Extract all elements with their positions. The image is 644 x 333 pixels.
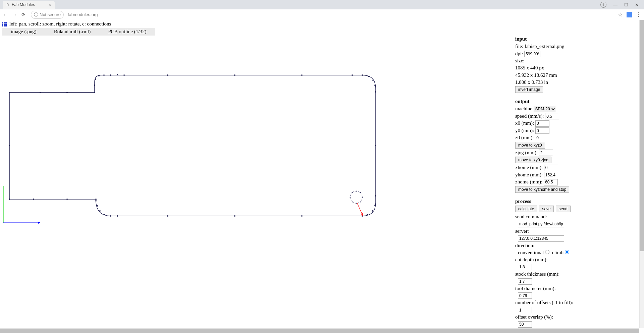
tool-diameter-label: tool diameter (mm): xyxy=(515,286,556,291)
svg-point-5 xyxy=(40,92,41,93)
yhome-input[interactable] xyxy=(544,172,558,178)
offsets-input[interactable] xyxy=(518,307,532,313)
direction-label: direction: xyxy=(515,243,534,248)
y0-input[interactable] xyxy=(535,127,549,134)
offsets-label: number of offsets (-1 to fill): xyxy=(515,300,573,305)
input-format-button[interactable]: image (.png) xyxy=(2,28,45,36)
zjog-input[interactable] xyxy=(539,150,553,156)
z0-input[interactable] xyxy=(535,135,549,141)
svg-point-12 xyxy=(110,74,111,76)
translate-icon[interactable] xyxy=(627,12,632,17)
svg-marker-3 xyxy=(38,222,40,224)
svg-point-38 xyxy=(95,200,97,202)
size-px: 1085 x 440 px xyxy=(515,65,544,70)
svg-point-22 xyxy=(374,85,376,86)
cut-depth-input[interactable] xyxy=(518,264,532,270)
zhome-input[interactable] xyxy=(544,179,558,185)
svg-point-25 xyxy=(375,195,376,197)
input-header: input xyxy=(515,36,527,42)
svg-point-47 xyxy=(362,197,363,198)
xhome-input[interactable] xyxy=(544,165,558,171)
process-button[interactable]: PCB outline (1/32) xyxy=(99,28,155,36)
z0-label: z0 (mm): xyxy=(515,135,534,140)
security-chip[interactable]: ⓘ Not secure xyxy=(31,11,64,19)
user-icon[interactable] xyxy=(600,2,606,8)
close-window-icon[interactable]: ✕ xyxy=(635,2,639,7)
svg-point-15 xyxy=(167,74,168,76)
horizontal-scrollbar[interactable] xyxy=(0,328,639,333)
modules-grid-icon[interactable] xyxy=(2,22,7,26)
size-mm: 45.932 x 18.627 mm xyxy=(515,72,557,78)
toolpath-svg xyxy=(0,35,382,229)
svg-point-34 xyxy=(110,215,111,217)
svg-point-52 xyxy=(352,192,353,193)
stock-thickness-input[interactable] xyxy=(518,278,532,285)
file-name: fabisp_external.png xyxy=(525,44,565,49)
svg-point-19 xyxy=(362,74,363,76)
y0-label: y0 (mm): xyxy=(515,128,534,133)
svg-point-23 xyxy=(375,91,376,93)
climb-label: climb xyxy=(552,250,564,255)
maximize-icon[interactable]: ☐ xyxy=(624,2,628,7)
reload-icon[interactable]: ⟳ xyxy=(21,12,25,17)
browser-menu-icon[interactable]: ⋮ xyxy=(636,11,641,18)
svg-point-26 xyxy=(374,205,376,206)
svg-point-20 xyxy=(368,76,369,77)
bookmark-icon[interactable]: ☆ xyxy=(618,11,623,18)
invert-image-button[interactable]: invert image xyxy=(515,86,543,93)
dpi-label: dpi: xyxy=(515,51,523,56)
vertical-scrollbar[interactable] xyxy=(639,20,644,328)
dpi-input[interactable] xyxy=(524,51,540,57)
stock-thickness-label: stock thickness (mm): xyxy=(515,271,559,277)
tab-title: Fab Modules xyxy=(12,2,35,7)
svg-point-11 xyxy=(103,74,105,76)
xhome-label: xhome (mm): xyxy=(515,165,543,170)
svg-point-17 xyxy=(301,74,303,76)
browser-tab[interactable]: 🗋 Fab Modules × xyxy=(3,1,55,9)
size-in: 1.808 x 0.733 in xyxy=(515,79,548,85)
svg-point-51 xyxy=(350,197,351,198)
server-input[interactable] xyxy=(518,235,564,242)
calculate-button[interactable]: calculate xyxy=(515,206,537,212)
send-command-input[interactable] xyxy=(518,221,564,227)
svg-point-46 xyxy=(360,192,361,193)
svg-point-50 xyxy=(352,202,353,203)
svg-point-6 xyxy=(66,92,68,93)
url-text[interactable]: fabmodules.org xyxy=(68,12,98,17)
close-tab-icon[interactable]: × xyxy=(49,2,51,7)
svg-point-16 xyxy=(234,74,235,76)
speed-input[interactable] xyxy=(545,113,559,119)
app-area: left: pan, scroll: zoom, right: rotate, … xyxy=(0,20,644,333)
svg-point-0 xyxy=(603,3,604,5)
output-header: output xyxy=(515,99,530,104)
move-xyz0-button[interactable]: move to xyz0 xyxy=(515,142,545,149)
overlap-input[interactable] xyxy=(518,321,532,328)
save-button[interactable]: save xyxy=(539,206,553,212)
server-label: server: xyxy=(515,228,529,234)
machine-select[interactable]: SRM-20 xyxy=(534,106,556,112)
output-format-button[interactable]: Roland mill (.rml) xyxy=(45,28,100,36)
minimize-icon[interactable]: — xyxy=(613,2,618,7)
process-header: process xyxy=(515,199,531,204)
svg-point-45 xyxy=(356,191,357,192)
x0-input[interactable] xyxy=(535,120,549,127)
svg-point-8 xyxy=(94,85,95,86)
cut-depth-label: cut depth (mm): xyxy=(515,257,548,262)
svg-point-49 xyxy=(356,203,357,204)
svg-point-10 xyxy=(98,75,100,76)
back-icon[interactable]: ← xyxy=(3,12,8,18)
send-button[interactable]: send xyxy=(556,206,571,212)
svg-point-43 xyxy=(9,145,10,146)
svg-point-7 xyxy=(94,92,95,93)
conventional-radio[interactable] xyxy=(545,250,549,254)
svg-point-14 xyxy=(123,74,125,76)
climb-radio[interactable] xyxy=(565,250,569,254)
move-xyzhome-button[interactable]: move to xyzhome and stop xyxy=(515,186,569,193)
move-xy0-zjog-button[interactable]: move to xy0 zjog xyxy=(515,157,551,163)
svg-point-27 xyxy=(372,210,373,212)
address-bar: ← → ⟳ ⓘ Not secure fabmodules.org ☆ ⋮ xyxy=(0,9,644,20)
svg-point-33 xyxy=(117,215,118,217)
svg-point-40 xyxy=(66,199,68,200)
svg-point-24 xyxy=(375,145,376,146)
tool-diameter-input[interactable] xyxy=(518,292,532,299)
